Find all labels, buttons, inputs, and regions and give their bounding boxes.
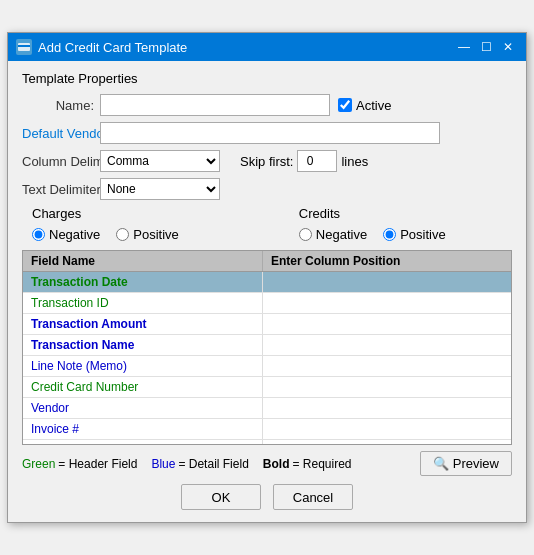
table-header: Field Name Enter Column Position — [23, 251, 511, 272]
text-delimiter-select[interactable]: None Double Quote Single Quote — [100, 178, 220, 200]
cancel-button[interactable]: Cancel — [273, 484, 353, 510]
preview-button[interactable]: 🔍 Preview — [420, 451, 512, 476]
credits-positive-label[interactable]: Positive — [383, 227, 446, 242]
content-area: Template Properties Name: Active Default… — [8, 61, 526, 522]
lines-label: lines — [341, 154, 368, 169]
table-row[interactable]: Invoice # — [23, 419, 511, 440]
field-name: Credit — [23, 440, 263, 445]
field-position — [263, 293, 511, 313]
field-name: Transaction Amount — [23, 314, 263, 334]
credits-group: Credits Negative Positive — [299, 206, 446, 242]
charges-positive-radio[interactable] — [116, 228, 129, 241]
active-checkbox-label[interactable]: Active — [338, 98, 391, 113]
table-row[interactable]: Transaction ID — [23, 293, 511, 314]
field-name: Transaction Date — [23, 272, 263, 292]
field-name: Transaction Name — [23, 335, 263, 355]
name-input[interactable] — [100, 94, 330, 116]
legend-blue-eq: = Detail Field — [178, 457, 248, 471]
legend-green-label: Green — [22, 457, 55, 471]
field-table: Field Name Enter Column Position Transac… — [22, 250, 512, 445]
charges-positive-label[interactable]: Positive — [116, 227, 179, 242]
charges-group: Charges Negative Positive — [32, 206, 179, 242]
legend-row: Green = Header Field Blue = Detail Field… — [22, 451, 512, 476]
col-delimiter-row: Column Delimiter: Comma Tab Semicolon Pi… — [22, 150, 512, 172]
col-delimiter-select[interactable]: Comma Tab Semicolon Pipe — [100, 150, 220, 172]
field-position — [263, 314, 511, 334]
legend-bold: Bold = Required — [263, 457, 352, 471]
field-name: Transaction ID — [23, 293, 263, 313]
active-checkbox[interactable] — [338, 98, 352, 112]
charges-negative-label[interactable]: Negative — [32, 227, 100, 242]
vendor-label[interactable]: Default Vendor: — [22, 126, 100, 141]
table-row[interactable]: Transaction Name — [23, 335, 511, 356]
col2-header: Enter Column Position — [263, 251, 511, 271]
legend-bold-eq: = Required — [292, 457, 351, 471]
table-body: Transaction Date Transaction ID Transact… — [23, 272, 511, 445]
minimize-button[interactable]: — — [454, 39, 474, 55]
section-title: Template Properties — [22, 71, 512, 86]
text-delimiter-label: Text Delimiter: — [22, 182, 100, 197]
bottom-buttons: OK Cancel — [22, 484, 512, 510]
table-row[interactable]: Vendor — [23, 398, 511, 419]
active-row: Active — [338, 98, 391, 113]
search-icon: 🔍 — [433, 456, 449, 471]
vendor-row: Default Vendor: — [22, 122, 512, 144]
field-position — [263, 419, 511, 439]
close-button[interactable]: ✕ — [498, 39, 518, 55]
field-position — [263, 377, 511, 397]
charges-credits-area: Charges Negative Positive Credits — [22, 206, 512, 242]
preview-label: Preview — [453, 456, 499, 471]
credits-negative-text: Negative — [316, 227, 367, 242]
legend-bold-label: Bold — [263, 457, 290, 471]
field-name: Vendor — [23, 398, 263, 418]
field-position — [263, 440, 511, 445]
legend-green-eq: = Header Field — [58, 457, 137, 471]
credits-positive-radio[interactable] — [383, 228, 396, 241]
legend-green: Green = Header Field — [22, 457, 137, 471]
legend-blue: Blue = Detail Field — [151, 457, 248, 471]
maximize-button[interactable]: ☐ — [476, 39, 496, 55]
field-name: Invoice # — [23, 419, 263, 439]
vendor-input[interactable] — [100, 122, 440, 144]
skip-first-label: Skip first: — [240, 154, 293, 169]
text-delimiter-row: Text Delimiter: None Double Quote Single… — [22, 178, 512, 200]
field-position — [263, 272, 511, 292]
table-row[interactable]: Transaction Date — [23, 272, 511, 293]
charges-positive-text: Positive — [133, 227, 179, 242]
field-name: Line Note (Memo) — [23, 356, 263, 376]
credits-negative-radio[interactable] — [299, 228, 312, 241]
window-title: Add Credit Card Template — [38, 40, 454, 55]
name-label: Name: — [22, 98, 100, 113]
svg-rect-1 — [18, 45, 30, 47]
col1-header: Field Name — [23, 251, 263, 271]
field-position — [263, 356, 511, 376]
window-controls: — ☐ ✕ — [454, 39, 518, 55]
legend-blue-label: Blue — [151, 457, 175, 471]
field-name: Credit Card Number — [23, 377, 263, 397]
table-row[interactable]: Transaction Amount — [23, 314, 511, 335]
credits-radio-row: Negative Positive — [299, 227, 446, 242]
skip-first-input[interactable] — [297, 150, 337, 172]
main-window: Add Credit Card Template — ☐ ✕ Template … — [7, 32, 527, 523]
charges-negative-text: Negative — [49, 227, 100, 242]
table-row[interactable]: Line Note (Memo) — [23, 356, 511, 377]
name-row: Name: Active — [22, 94, 512, 116]
app-icon — [16, 39, 32, 55]
table-row[interactable]: Credit — [23, 440, 511, 445]
credits-negative-label[interactable]: Negative — [299, 227, 367, 242]
credits-label: Credits — [299, 206, 446, 221]
charges-negative-radio[interactable] — [32, 228, 45, 241]
charges-label: Charges — [32, 206, 179, 221]
charges-radio-row: Negative Positive — [32, 227, 179, 242]
skip-first-row: Skip first: lines — [240, 150, 368, 172]
field-position — [263, 398, 511, 418]
credits-positive-text: Positive — [400, 227, 446, 242]
field-position — [263, 335, 511, 355]
active-label: Active — [356, 98, 391, 113]
ok-button[interactable]: OK — [181, 484, 261, 510]
title-bar: Add Credit Card Template — ☐ ✕ — [8, 33, 526, 61]
col-delimiter-label: Column Delimiter: — [22, 154, 100, 169]
table-row[interactable]: Credit Card Number — [23, 377, 511, 398]
